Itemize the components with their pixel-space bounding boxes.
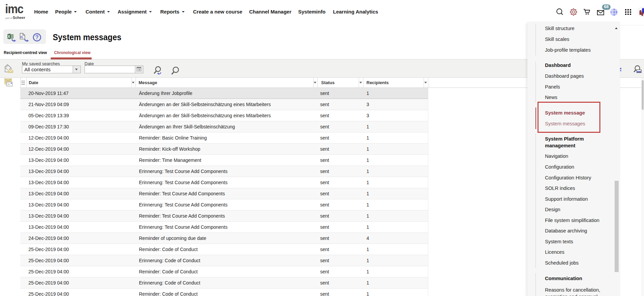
svg-text:?: ? xyxy=(35,34,39,40)
svg-text:X: X xyxy=(8,34,10,39)
svg-text:a,: a, xyxy=(21,34,24,39)
